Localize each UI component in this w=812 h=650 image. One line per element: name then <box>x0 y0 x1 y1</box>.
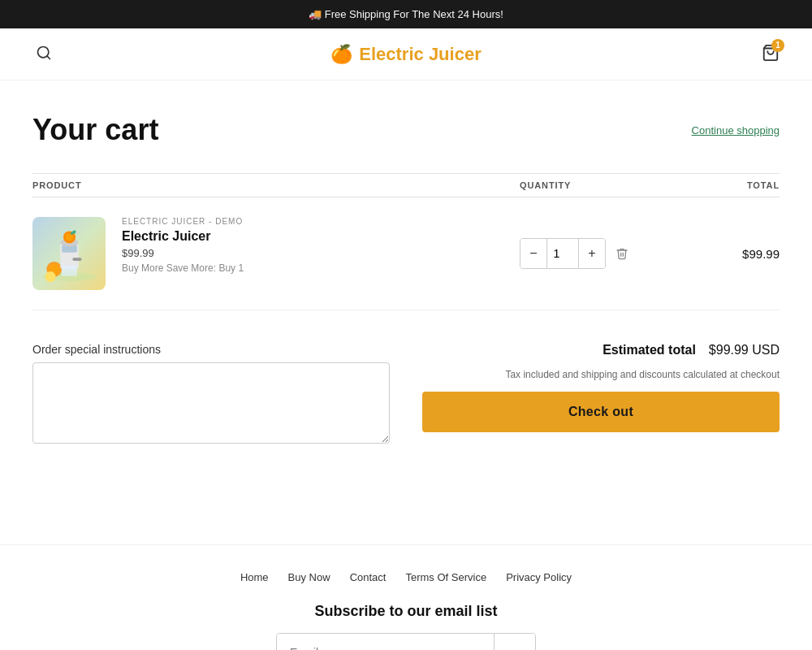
announcement-bar: 🚚 Free Shipping For The Next 24 Hours! <box>0 0 812 28</box>
checkout-button[interactable]: Check out <box>422 392 780 432</box>
cart-count: 1 <box>771 39 784 52</box>
email-section: Subscribe to our email list → <box>0 603 812 650</box>
quantity-controls: − + <box>520 238 682 269</box>
cart-header: Your cart Continue shopping <box>32 113 780 147</box>
announcement-emoji: 🚚 <box>309 8 322 20</box>
site-logo[interactable]: 🍊 Electric Juicer <box>330 44 481 65</box>
quantity-box: − + <box>520 238 606 269</box>
footer-nav-terms[interactable]: Terms Of Service <box>405 571 486 583</box>
cart-button[interactable]: 1 <box>762 44 780 65</box>
estimated-total-row: Estimated total $99.99 USD <box>422 343 780 358</box>
column-total: Total <box>682 180 780 190</box>
quantity-input[interactable] <box>546 239 579 268</box>
cart-bottom: Order special instructions Estimated tot… <box>32 343 780 447</box>
email-input-wrapper: → <box>276 633 536 650</box>
svg-point-14 <box>45 271 55 282</box>
announcement-text: Free Shipping For The Next 24 Hours! <box>325 8 503 20</box>
svg-line-1 <box>47 56 50 59</box>
logo-emoji: 🍊 <box>330 44 352 65</box>
column-product: Product <box>32 180 520 190</box>
cart-item-info: Electric Juicer - Demo Electric Juicer $… <box>32 217 520 290</box>
email-input[interactable] <box>277 634 494 650</box>
product-image-svg <box>39 223 100 284</box>
search-icon <box>36 45 52 61</box>
cart-item-image <box>32 217 106 290</box>
svg-rect-8 <box>72 258 81 261</box>
cart-item-total: $99.99 <box>682 247 780 261</box>
svg-rect-13 <box>62 265 77 275</box>
order-summary: Estimated total $99.99 USD Tax included … <box>422 343 780 447</box>
cart-item-unit-price: $99.99 <box>122 247 244 259</box>
email-section-title: Subscribe to our email list <box>0 603 812 620</box>
tax-note: Tax included and shipping and discounts … <box>422 367 780 382</box>
footer-nav-privacy[interactable]: Privacy Policy <box>506 571 572 583</box>
footer-nav-buy-now[interactable]: Buy Now <box>288 571 330 583</box>
cart-item: Electric Juicer - Demo Electric Juicer $… <box>32 197 780 310</box>
quantity-decrease-button[interactable]: − <box>520 239 546 268</box>
header-left <box>32 41 55 67</box>
estimated-total-amount: $99.99 USD <box>709 343 780 358</box>
email-submit-button[interactable]: → <box>494 634 535 650</box>
main-content: Your cart Continue shopping Product Quan… <box>16 80 796 479</box>
special-instructions-label: Order special instructions <box>32 343 390 356</box>
footer-nav-home[interactable]: Home <box>240 571 269 583</box>
delete-item-button[interactable] <box>612 244 632 263</box>
cart-table-header: Product Quantity Total <box>32 173 780 197</box>
trash-icon <box>615 247 628 260</box>
cart-title: Your cart <box>32 113 158 147</box>
quantity-increase-button[interactable]: + <box>579 239 605 268</box>
column-quantity: Quantity <box>520 180 682 190</box>
cart-item-vendor: Electric Juicer - Demo <box>122 217 244 226</box>
special-instructions-textarea[interactable] <box>32 362 390 444</box>
logo-text: Electric Juicer <box>359 44 481 65</box>
email-form: → <box>0 633 812 650</box>
cart-item-name: Electric Juicer <box>122 229 244 244</box>
cart-item-promo: Buy More Save More: Buy 1 <box>122 262 244 274</box>
footer: Home Buy Now Contact Terms Of Service Pr… <box>0 544 812 650</box>
footer-nav-contact[interactable]: Contact <box>350 571 387 583</box>
estimated-total-label: Estimated total <box>603 343 696 358</box>
cart-item-details: Electric Juicer - Demo Electric Juicer $… <box>122 217 244 274</box>
header: 🍊 Electric Juicer 1 <box>0 28 812 80</box>
search-button[interactable] <box>32 41 55 67</box>
continue-shopping-link[interactable]: Continue shopping <box>692 124 780 136</box>
special-instructions: Order special instructions <box>32 343 390 447</box>
footer-nav: Home Buy Now Contact Terms Of Service Pr… <box>0 545 812 603</box>
header-right: 1 <box>762 44 780 65</box>
